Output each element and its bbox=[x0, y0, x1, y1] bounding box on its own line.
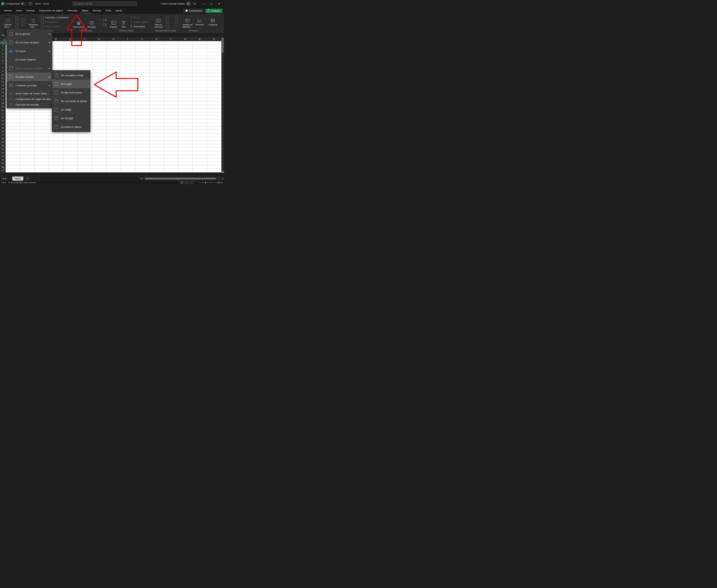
zoom-out-button[interactable]: − bbox=[196, 181, 197, 184]
row-header[interactable]: 1 bbox=[0, 41, 6, 45]
row-header[interactable]: 6 bbox=[0, 59, 6, 62]
menu-item[interactable]: Opciones de consulta bbox=[6, 102, 52, 107]
row-header[interactable]: 20 bbox=[0, 108, 6, 112]
scroll-down-icon[interactable]: ⌄ bbox=[99, 23, 100, 25]
toggle-icon[interactable] bbox=[21, 2, 26, 5]
row-header[interactable]: 16 bbox=[0, 94, 6, 98]
expand-formula-bar-button[interactable]: ⌄ bbox=[220, 34, 224, 37]
row-header[interactable]: 32 bbox=[0, 151, 6, 155]
submenu-item[interactable]: De OLEDB bbox=[52, 114, 90, 123]
grip-icon[interactable] bbox=[138, 177, 140, 180]
zoom-in-button[interactable]: + bbox=[214, 181, 216, 184]
tab-datos[interactable]: Datos bbox=[80, 8, 91, 14]
column-header[interactable]: F bbox=[78, 37, 92, 41]
column-header[interactable]: G bbox=[92, 37, 106, 41]
tab-archivo[interactable]: Archivo bbox=[1, 8, 14, 14]
submenu-item[interactable]: De una tabla o rango bbox=[52, 71, 90, 80]
sort-desc-button[interactable]: ZA bbox=[102, 22, 108, 26]
submenu-item[interactable]: De Microsoft Query bbox=[52, 88, 90, 97]
reapply-button[interactable]: Volver a aplicar bbox=[129, 20, 150, 24]
vertical-scrollbar[interactable] bbox=[221, 37, 224, 172]
row-header[interactable]: 30 bbox=[0, 144, 6, 148]
column-header[interactable]: N bbox=[193, 37, 207, 41]
row-header[interactable]: 22 bbox=[0, 115, 6, 119]
submenu-item[interactable]: De una fuente de OData bbox=[52, 97, 90, 105]
close-button[interactable]: ✕ bbox=[216, 1, 223, 6]
properties-button[interactable]: Propiedades bbox=[40, 20, 70, 24]
comments-button[interactable]: 💬 Comentarios bbox=[183, 8, 204, 13]
recent-sources-button[interactable] bbox=[20, 18, 25, 22]
sheet-nav[interactable]: ◀▶ bbox=[0, 177, 8, 180]
row-header[interactable]: 18 bbox=[0, 101, 6, 105]
refresh-all-button[interactable]: Actualizar todo ⌄ bbox=[28, 15, 39, 29]
menu-item[interactable]: De una base de datos▶ bbox=[6, 38, 52, 47]
row-header[interactable]: 4 bbox=[0, 52, 6, 55]
from-text-button[interactable] bbox=[14, 16, 19, 20]
row-header[interactable]: 26 bbox=[0, 130, 6, 133]
filter-button[interactable]: Filtro bbox=[120, 15, 128, 29]
row-header[interactable]: 2 bbox=[0, 45, 6, 48]
row-header[interactable]: 14 bbox=[0, 87, 6, 91]
scroll-up-icon[interactable]: ⌃ bbox=[99, 19, 100, 21]
consolidate-button[interactable] bbox=[174, 16, 179, 20]
row-header[interactable]: 10 bbox=[0, 73, 6, 77]
submenu-item[interactable]: De la web bbox=[52, 80, 90, 88]
row-header[interactable]: 21 bbox=[0, 112, 6, 115]
whatif-button[interactable]: Análisis de hipótesis ⌄ bbox=[181, 15, 194, 29]
existing-connections-button[interactable] bbox=[20, 22, 25, 26]
sheet-next-icon[interactable]: ▶ bbox=[5, 177, 7, 180]
row-header[interactable]: 19 bbox=[0, 105, 6, 108]
column-header[interactable]: M bbox=[178, 37, 193, 41]
maximize-button[interactable]: ▢ bbox=[208, 1, 216, 6]
flash-fill-button[interactable] bbox=[165, 16, 173, 20]
menu-item[interactable]: De otras fuentes▶ bbox=[6, 72, 52, 81]
menu-item[interactable]: Iniciar Editor de Power Query... bbox=[6, 90, 52, 96]
column-header[interactable]: I bbox=[121, 37, 135, 41]
tab-insertar[interactable]: Insertar bbox=[24, 8, 37, 14]
row-header[interactable]: 12 bbox=[0, 80, 6, 84]
tab-ayuda[interactable]: Ayuda bbox=[113, 8, 125, 14]
accessibility-status[interactable]: Accesibilidad: todo correcto bbox=[8, 181, 36, 184]
row-header[interactable]: 34 bbox=[0, 158, 6, 162]
outline-button[interactable]: Esquema ⌄ bbox=[208, 15, 219, 29]
submenu-item[interactable]: De ODBC bbox=[52, 105, 90, 114]
tab-vista[interactable]: Vista bbox=[103, 8, 113, 14]
from-table-button[interactable] bbox=[14, 24, 19, 28]
select-all-corner[interactable] bbox=[0, 37, 6, 41]
forecast-sheet-button[interactable]: Previsión ⌄ bbox=[195, 15, 205, 29]
zoom-control[interactable]: − + 100 % bbox=[196, 181, 222, 184]
menu-item[interactable]: De un archivo▶ bbox=[6, 29, 52, 38]
column-header[interactable]: O bbox=[207, 37, 221, 41]
hscroll-right-icon[interactable]: ▶ bbox=[222, 177, 224, 180]
currencies-button[interactable]: Monedas bbox=[86, 15, 97, 29]
row-header[interactable]: 13 bbox=[0, 84, 6, 87]
column-header[interactable]: L bbox=[164, 37, 178, 41]
collapse-ribbon-button[interactable]: ⌄ bbox=[221, 29, 222, 32]
save-icon[interactable] bbox=[29, 2, 32, 5]
share-button[interactable]: Compartir bbox=[205, 8, 222, 13]
hscroll-left-icon[interactable]: ◀ bbox=[140, 177, 142, 180]
horizontal-scrollbar[interactable] bbox=[142, 177, 221, 180]
row-header[interactable]: 36 bbox=[0, 165, 6, 169]
row-header[interactable]: 25 bbox=[0, 126, 6, 130]
queries-connections-button[interactable]: Consultas y conexiones bbox=[40, 16, 70, 20]
page-break-button[interactable] bbox=[189, 181, 194, 184]
remove-duplicates-button[interactable] bbox=[165, 20, 173, 24]
advanced-filter-button[interactable]: Avanzadas bbox=[129, 24, 150, 28]
tab-fórmulas[interactable]: Fórmulas bbox=[65, 8, 80, 14]
get-data-button[interactable]: Obtener datos ⌄ bbox=[2, 15, 14, 29]
scroll-thumb[interactable] bbox=[222, 38, 224, 53]
mic-icon[interactable] bbox=[193, 2, 196, 5]
sheet-tab-hoja1[interactable]: Hoja1 bbox=[12, 176, 23, 181]
row-header[interactable]: 28 bbox=[0, 137, 6, 141]
search-input[interactable]: Buscar (Alt+Q) bbox=[72, 1, 137, 6]
zoom-slider[interactable] bbox=[198, 182, 213, 183]
relationships-button[interactable] bbox=[174, 20, 179, 24]
normal-view-button[interactable] bbox=[179, 181, 184, 184]
scroll-thumb[interactable] bbox=[145, 177, 216, 180]
row-header[interactable]: 8 bbox=[0, 66, 6, 69]
add-sheet-button[interactable]: + bbox=[26, 177, 29, 181]
data-model-button[interactable] bbox=[174, 24, 179, 28]
menu-item[interactable]: De Azure▶ bbox=[6, 47, 52, 55]
tab-disposición-de-página[interactable]: Disposición de página bbox=[37, 8, 65, 14]
